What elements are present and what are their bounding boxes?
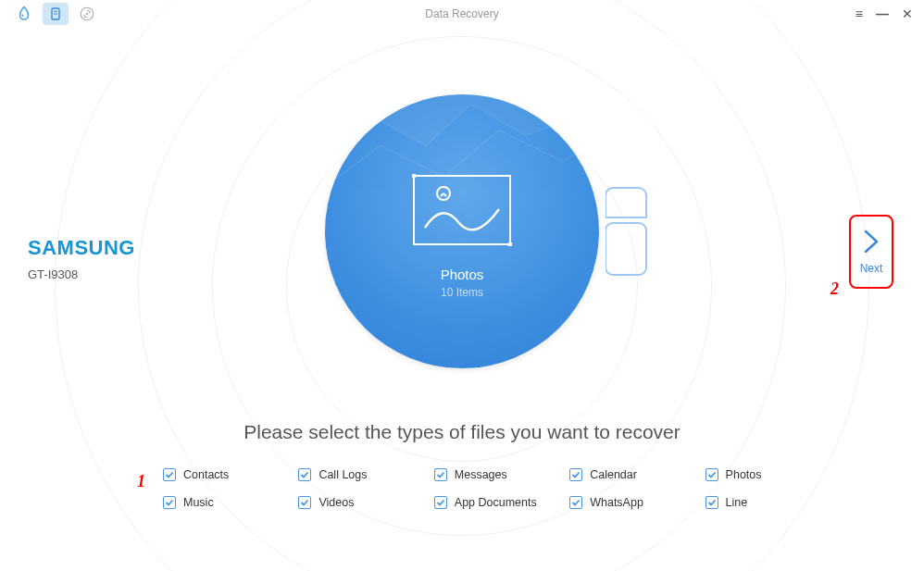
svg-point-5 — [86, 13, 88, 15]
window-title: Data Recovery — [425, 7, 498, 20]
device-brand: SAMSUNG — [28, 236, 135, 260]
checkbox-contacts[interactable]: Contacts — [163, 468, 289, 481]
center-stage: Photos 10 Items — [300, 69, 624, 393]
instruction-row: Please select the types of files you wan… — [0, 421, 924, 443]
next-button[interactable]: Next — [849, 215, 893, 289]
polygon-decoration — [325, 94, 599, 217]
chevron-right-icon — [860, 229, 882, 254]
check-icon — [434, 496, 447, 509]
category-count: 10 Items — [441, 286, 483, 299]
device-model: GT-I9308 — [28, 267, 135, 281]
checkbox-label: WhatsApp — [590, 496, 643, 509]
svg-rect-9 — [606, 223, 646, 275]
data-recovery-mode-button[interactable] — [43, 3, 69, 25]
category-title: Photos — [441, 267, 484, 282]
check-icon — [569, 496, 582, 509]
check-icon — [569, 468, 582, 481]
next-category-peek-icon — [606, 180, 650, 282]
checkbox-call-logs[interactable]: Call Logs — [298, 468, 424, 481]
checkbox-label: Line — [726, 496, 748, 509]
checkbox-label: Photos — [726, 468, 762, 481]
category-circle[interactable]: Photos 10 Items — [325, 94, 599, 368]
check-icon — [298, 468, 311, 481]
check-icon — [705, 496, 718, 509]
check-icon — [163, 468, 176, 481]
device-info: SAMSUNG GT-I9308 — [28, 236, 135, 281]
checkbox-messages[interactable]: Messages — [434, 468, 560, 481]
close-button[interactable]: ✕ — [902, 7, 913, 20]
checkbox-whatsapp[interactable]: WhatsApp — [569, 496, 695, 509]
checkbox-music[interactable]: Music — [163, 496, 289, 509]
check-icon — [434, 468, 447, 481]
svg-point-8 — [508, 242, 513, 246]
checkbox-label: Messages — [455, 468, 507, 481]
annotation-2: 2 — [830, 279, 839, 299]
checkbox-label: Music — [183, 496, 214, 509]
menu-button[interactable]: ≡ — [855, 7, 863, 20]
checkbox-videos[interactable]: Videos — [298, 496, 424, 509]
check-icon — [298, 496, 311, 509]
annotation-1: 1 — [137, 472, 145, 491]
checkbox-photos[interactable]: Photos — [705, 468, 831, 481]
checkbox-label: Contacts — [183, 468, 229, 481]
backup-mode-button[interactable] — [74, 3, 100, 25]
svg-point-0 — [21, 14, 23, 16]
checkbox-label: Call Logs — [318, 468, 367, 481]
checkbox-label: App Documents — [455, 496, 537, 509]
checkbox-calendar[interactable]: Calendar — [569, 468, 695, 481]
next-label: Next — [860, 262, 883, 275]
checkbox-app-documents[interactable]: App Documents — [434, 496, 560, 509]
minimize-button[interactable]: — — [876, 7, 889, 20]
checkbox-label: Videos — [318, 496, 354, 509]
file-type-grid: Contacts Call Logs Messages Calendar Pho… — [163, 468, 831, 509]
checkbox-line[interactable]: Line — [705, 496, 831, 509]
instruction-text: Please select the types of files you wan… — [243, 421, 681, 442]
home-mode-button[interactable] — [11, 3, 37, 25]
check-icon — [163, 496, 176, 509]
checkbox-label: Calendar — [590, 468, 637, 481]
check-icon — [705, 468, 718, 481]
titlebar: Data Recovery ≡ — ✕ — [0, 0, 924, 28]
